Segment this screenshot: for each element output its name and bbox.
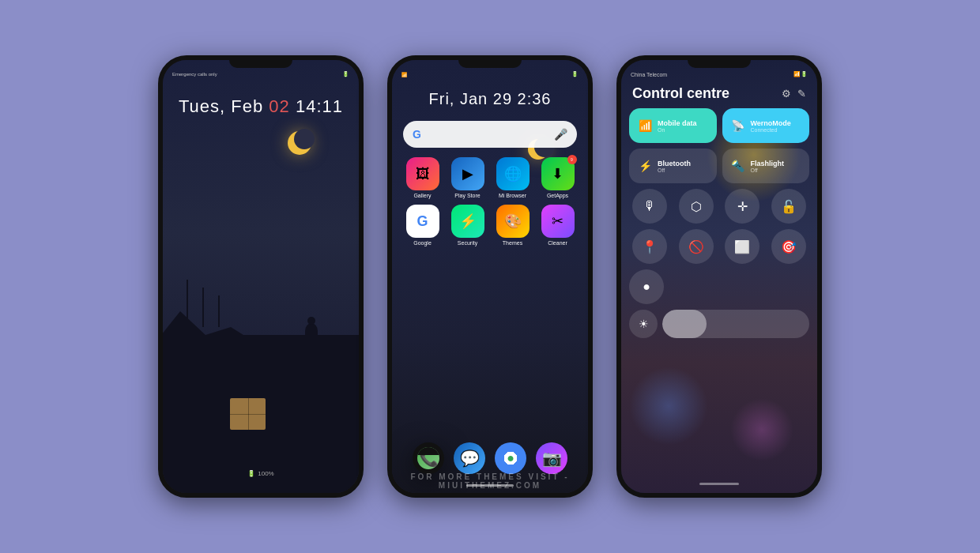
brightness-fill [662,310,707,338]
app-getapps[interactable]: ⬇ 9 GetApps [538,157,577,198]
moon-icon [288,131,311,155]
date-text-2: Fri, Jan 29 [429,90,512,107]
ctrl-icon-row-2: 📍 🚫 ⬜ 🎯 [621,224,817,264]
person-silhouette [305,323,318,339]
security-icon: ⚡ [451,205,484,238]
phone-1-lockscreen: Emergency calls only 🔋 Tues, Feb 02 14:1… [158,55,364,498]
bg-blob-2 [629,367,708,446]
google-search-bar[interactable]: G 🎤 [403,121,577,148]
getapps-label: GetApps [547,193,568,198]
tile-bluetooth[interactable]: ⚡ Bluetooth Off [629,149,717,183]
emergency-text: Emergency calls only [172,72,217,77]
app-grid-row1: 🖼 Gallery ▶ Play Store 🌐 Mi Browser ⬇ 9 … [392,154,588,201]
carrier-2: 📶 [401,72,407,77]
google-label: Google [413,240,432,246]
night-scene [163,288,359,493]
mobile-data-text: Mobile data On [658,119,709,133]
edit-icon[interactable]: ✎ [797,88,806,100]
dock-phone[interactable]: 📞 [413,442,444,474]
app-themes[interactable]: 🎨 Themes [493,205,532,246]
themes-label: Themes [503,240,522,246]
brightness-slider[interactable] [662,310,809,338]
control-tiles: 📶 Mobile data On 📡 WernoMode Connected ⚡… [621,108,817,183]
playstore-icon: ▶ [451,157,484,190]
datetime-display: Tues, Feb 02 14:11 [163,96,359,117]
ctrl-icon-row-1: 🎙 ⬡ ✛ 🔓 [621,183,817,224]
google-icon: G [406,205,439,238]
app-dock: 📞 💬 ● 📷 [392,438,588,479]
brightness-icon[interactable]: ☀ [629,310,658,338]
bottom-indicator [699,483,739,485]
microphone-icon: 🎤 [554,128,567,141]
settings-icon[interactable]: ⚙ [782,88,791,100]
date-red: 02 [269,96,289,116]
date-time-line: Tues, Feb 02 14:11 [163,96,359,117]
time-text: 14:11 [290,96,343,116]
dock-messages[interactable]: 💬 [454,442,485,474]
app-google[interactable]: G Google [403,205,442,246]
tile-mobile-data[interactable]: 📶 Mobile data On [629,108,717,143]
date-time-line-2: Fri, Jan 29 2:36 [392,90,588,108]
status-bar-3: China Telecom 📶🔋 [621,60,817,81]
datetime-display-2: Fri, Jan 29 2:36 [392,90,588,108]
icon-btn-screencast[interactable]: ⬡ [679,189,714,224]
battery-status: 🔋 [342,71,349,77]
battery-icon: 🔋 [247,470,255,477]
antenna-2 [202,288,204,327]
mobile-data-status: On [658,127,709,133]
app-cleaner[interactable]: ✂ Cleaner [538,205,577,246]
window-light [230,398,266,430]
icon-btn-lock[interactable]: 🔓 [771,189,806,224]
bg-blob-3 [730,398,793,461]
icon-btn-hotspot[interactable]: ✛ [725,189,760,224]
wifi-name: WernoMode [751,119,802,127]
carrier-3: China Telecom [631,72,667,77]
status-bar-1: Emergency calls only 🔋 [163,60,359,81]
icon-btn-mic[interactable]: 🎙 [632,189,667,224]
browser-label: Mi Browser [499,193,526,198]
phone-2-homescreen: 📶 🔋 Fri, Jan 29 2:36 G 🎤 🖼 Gallery ▶ Pla… [387,55,593,498]
signal-3: 📶🔋 [793,71,808,77]
app-gallery[interactable]: 🖼 Gallery [403,157,442,198]
control-centre-title: Control centre [632,85,729,102]
battery-percent: 100% [258,470,273,477]
flashlight-tile-icon: 🔦 [730,160,746,172]
app-browser[interactable]: 🌐 Mi Browser [493,157,532,198]
tile-flashlight[interactable]: 🔦 Flashlight Off [722,149,810,183]
flashlight-status: Off [751,167,802,173]
playstore-label: Play Store [454,193,480,198]
browser-icon: 🌐 [496,157,530,190]
icon-btn-target[interactable]: 🎯 [771,229,806,264]
tile-wifi[interactable]: 📡 WernoMode Connected [722,108,810,143]
flashlight-text: Flashlight Off [751,160,802,173]
phone-3-control-centre: China Telecom 📶🔋 Control centre ⚙ ✎ 📶 Mo… [616,55,822,498]
bluetooth-name: Bluetooth [658,160,709,167]
bluetooth-text: Bluetooth Off [658,160,709,173]
status-bar-2: 📶 🔋 [392,60,588,81]
icon-btn-nfc[interactable]: 🚫 [679,229,714,264]
wifi-status: Connected [751,127,802,133]
brightness-control: ☀ [621,304,817,338]
home-indicator [466,484,514,487]
getapps-icon: ⬇ 9 [541,157,575,190]
ctrl-icon-row-3: ● [621,264,656,304]
wifi-text: WernoMode Connected [751,119,802,133]
icon-btn-location[interactable]: 📍 [632,229,667,264]
dock-camera[interactable]: 📷 [536,442,567,474]
app-security[interactable]: ⚡ Security [448,205,487,246]
mobile-data-icon: 📶 [637,119,653,132]
notification-badge: 9 [567,155,577,164]
themes-icon: 🎨 [496,205,530,238]
gallery-label: Gallery [413,193,431,198]
antenna-1 [187,280,188,327]
dock-chrome[interactable]: ● [495,442,526,474]
bluetooth-status: Off [658,167,709,173]
icon-btn-extra[interactable]: ● [629,269,664,304]
security-label: Security [458,240,477,246]
control-centre-header: Control centre ⚙ ✎ [621,81,817,108]
antenna-3 [218,295,220,327]
time-text-2: 2:36 [512,90,551,107]
app-playstore[interactable]: ▶ Play Store [448,157,487,198]
battery-indicator: 🔋 100% [247,470,273,477]
icon-btn-fullscreen[interactable]: ⬜ [725,229,760,264]
